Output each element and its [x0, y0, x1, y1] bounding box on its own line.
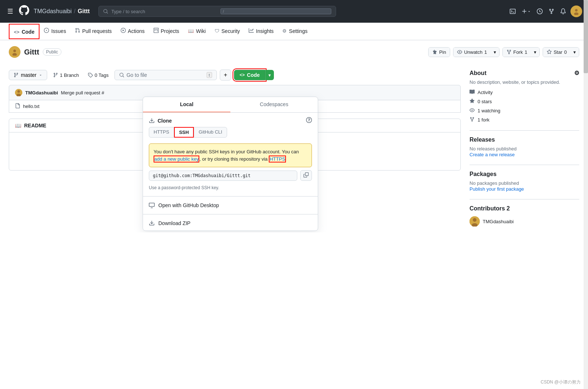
repo-nav: <> Code Issues Pull requests Actions Pro… — [0, 23, 588, 40]
contributors-label: Contributors — [470, 205, 505, 212]
tags-count[interactable]: 0 Tags — [85, 71, 112, 80]
add-ssh-key-link[interactable]: add a new public key — [154, 156, 199, 162]
watch-btn-group: Unwatch 1 ▾ — [453, 47, 500, 57]
clone-tabs: HTTPS SSH GitHub CLI — [143, 127, 318, 141]
go-to-file-shortcut: t — [207, 72, 212, 78]
repo-name: Gittt — [24, 48, 39, 56]
star-dropdown[interactable]: ▾ — [570, 48, 579, 57]
dropdown-tabs: Local Codespaces — [143, 97, 318, 113]
pin-label: Pin — [439, 49, 446, 55]
watching-label: 1 watching — [478, 108, 500, 113]
tab-wiki[interactable]: 📖 Wiki — [184, 23, 210, 40]
search-box[interactable]: Type / to search / — [98, 6, 336, 17]
tab-security[interactable]: 🛡 Security — [210, 23, 245, 40]
watch-dropdown[interactable]: ▾ — [491, 48, 499, 57]
contributor-row[interactable]: TMGdashuaibi — [470, 216, 579, 227]
add-file-button[interactable]: + — [220, 70, 231, 81]
tab-actions[interactable]: Actions — [116, 23, 149, 40]
tab-issues[interactable]: Issues — [39, 23, 70, 40]
contributors-section: Contributors 2 TMGdashuaibi — [470, 205, 579, 227]
download-zip-label: Download ZIP — [158, 220, 191, 226]
https-fallback-link[interactable]: HTTPS — [269, 156, 286, 162]
branches-count[interactable]: 1 Branch — [50, 71, 82, 80]
contributor-name[interactable]: TMGdashuaibi — [483, 219, 514, 224]
watching-icon — [470, 108, 475, 114]
clock-icon-btn[interactable] — [535, 7, 544, 16]
dropdown-divider-2 — [143, 214, 318, 214]
breadcrumb-user[interactable]: TMGdashuaibi — [34, 8, 72, 15]
pin-button[interactable]: Pin — [429, 48, 450, 57]
actions-icon — [121, 28, 126, 34]
fork-button[interactable]: Fork 1 — [503, 48, 531, 57]
svg-point-1 — [575, 9, 578, 12]
copy-url-button[interactable] — [300, 170, 312, 181]
star-button[interactable]: Star 0 — [543, 48, 570, 57]
fork-dropdown[interactable]: ▾ — [531, 48, 539, 57]
search-slash-badge: / — [220, 8, 331, 14]
ssh-note: Use a password-protected SSH key. — [143, 184, 318, 195]
plus-icon-btn[interactable] — [520, 7, 532, 16]
tab-pull-requests[interactable]: Pull requests — [71, 23, 116, 40]
avatar[interactable] — [570, 5, 582, 17]
open-desktop-button[interactable]: Open with GitHub Desktop — [143, 198, 318, 213]
go-to-file-button[interactable]: Go to file t — [114, 70, 217, 80]
no-packages-text: No packages published — [470, 180, 579, 186]
download-zip-button[interactable]: Download ZIP — [143, 216, 318, 231]
about-section: About ⚙ No description, website, or topi… — [470, 70, 579, 123]
tab-code[interactable]: <> Code — [9, 24, 39, 39]
code-button-group: <> Code ▾ — [234, 70, 274, 80]
create-release-link[interactable]: Create a new release — [470, 152, 515, 157]
stars-stat[interactable]: 0 stars — [470, 98, 579, 105]
pr-icon — [75, 28, 80, 34]
clone-tab-cli[interactable]: GitHub CLI — [194, 127, 227, 138]
clone-tab-https[interactable]: HTTPS — [149, 127, 174, 138]
watch-count: 1 — [484, 49, 487, 55]
clone-url-row — [149, 170, 312, 181]
tab-projects[interactable]: Projects — [149, 23, 184, 40]
unwatch-button[interactable]: Unwatch 1 — [453, 48, 491, 57]
github-logo — [19, 5, 29, 18]
clone-url-input[interactable] — [149, 171, 297, 181]
watching-stat[interactable]: 1 watching — [470, 108, 579, 114]
fork-icon-btn[interactable] — [547, 7, 556, 16]
dropdown-tab-codespaces[interactable]: Codespaces — [230, 97, 318, 112]
forks-label: 1 fork — [478, 117, 490, 123]
packages-title: Packages — [470, 171, 579, 177]
tab-settings[interactable]: ⚙ Settings — [278, 23, 312, 40]
scroll-thumb[interactable] — [584, 0, 588, 73]
repo-action-buttons: Pin Unwatch 1 ▾ Fork 1 ▾ Star 0 — [428, 47, 579, 57]
forks-stat[interactable]: 1 fork — [470, 117, 579, 123]
bell-icon-btn[interactable] — [559, 7, 568, 16]
divider-1 — [470, 130, 579, 131]
contributors-count-value: 2 — [506, 205, 510, 212]
hamburger-icon[interactable]: ☰ — [6, 6, 15, 17]
fork-count: 1 — [525, 49, 527, 55]
breadcrumb-repo[interactable]: Gittt — [78, 8, 90, 15]
code-btn-label: Code — [247, 72, 260, 78]
commit-author[interactable]: TMGdashuaibi — [25, 90, 58, 96]
header-actions — [508, 5, 582, 17]
releases-title: Releases — [470, 136, 579, 143]
activity-stat[interactable]: Activity — [470, 89, 579, 96]
stars-label: 0 stars — [478, 99, 492, 104]
svg-point-10 — [473, 218, 476, 222]
clone-tab-ssh[interactable]: SSH — [174, 127, 194, 138]
scrollbar[interactable] — [584, 0, 588, 232]
clone-help-icon[interactable] — [306, 117, 312, 124]
wiki-icon: 📖 — [188, 28, 194, 34]
code-green-button[interactable]: <> Code — [234, 70, 265, 80]
about-settings-icon[interactable]: ⚙ — [574, 70, 579, 76]
terminal-icon-btn[interactable] — [508, 7, 517, 16]
releases-section: Releases No releases published Create a … — [470, 136, 579, 157]
dropdown-tab-local[interactable]: Local — [143, 97, 230, 112]
code-dropdown-button[interactable]: ▾ — [265, 70, 274, 80]
clone-title: Clone — [158, 118, 172, 124]
tab-wiki-label: Wiki — [196, 28, 206, 34]
fork-btn-group: Fork 1 ▾ — [502, 47, 540, 57]
security-icon: 🛡 — [215, 28, 219, 34]
tab-insights[interactable]: Insights — [244, 23, 278, 40]
file-name[interactable]: hello.txt — [23, 104, 39, 109]
branch-button[interactable]: master — [9, 70, 47, 80]
svg-point-4 — [14, 50, 16, 52]
publish-package-link[interactable]: Publish your first package — [470, 186, 524, 192]
